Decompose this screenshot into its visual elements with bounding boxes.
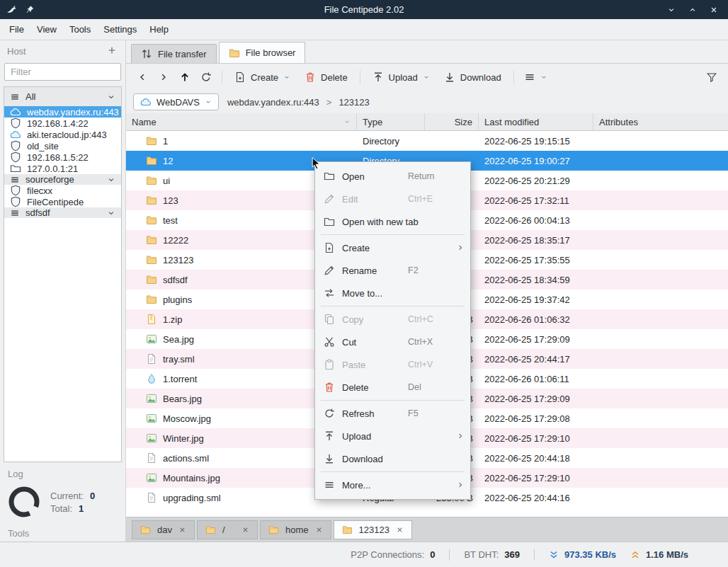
tab-file-browser[interactable]: File browser [219, 42, 306, 63]
path-tab-home[interactable]: home [260, 520, 331, 539]
column-header-last-modified[interactable]: Last modified [479, 113, 593, 130]
cut-icon [324, 336, 335, 348]
host-item-192-168-1-5-22[interactable]: 192.168.1.5:22 [4, 151, 121, 163]
menu-help[interactable]: Help [143, 19, 175, 40]
file-modified: 2022-06-25 17:29:09 [479, 389, 593, 408]
folder-icon [229, 47, 240, 59]
column-label: Last modified [484, 117, 539, 127]
image-icon [146, 393, 157, 404]
double-chevron-down-icon [549, 550, 559, 560]
context-menu-label: Edit [342, 194, 358, 205]
path-tab-label: dav [157, 525, 172, 535]
path-tab-123123[interactable]: 123123 [334, 520, 412, 539]
protocol-label: WebDAVS [157, 97, 200, 108]
context-menu-item-create[interactable]: Create [315, 236, 470, 259]
add-host-button[interactable] [107, 45, 118, 57]
host-item-webdav-yandex-ru-443[interactable]: webdav.yandex.ru:443 [4, 106, 121, 118]
context-menu-item-upload[interactable]: Upload [315, 425, 470, 447]
shade-button[interactable] [663, 3, 680, 17]
context-menu-item-download[interactable]: Download [315, 447, 470, 470]
maximize-button[interactable] [684, 3, 701, 17]
column-header-size[interactable]: Size [425, 113, 479, 130]
path-tab-label: home [285, 525, 309, 535]
chevron-down-icon [667, 6, 676, 14]
file-modified: 2022-06-25 17:29:10 [479, 428, 593, 448]
host-item-192-168-1-4-22[interactable]: 192.168.1.4:22 [4, 118, 121, 129]
context-menu-item-refresh[interactable]: RefreshF5 [315, 402, 470, 425]
table-header: NameTypeSizeLast modifiedAttributes [126, 113, 728, 131]
forward-button[interactable] [156, 69, 171, 86]
context-menu-item-move-to[interactable]: Move to... [315, 282, 470, 304]
file-attributes [593, 369, 728, 389]
create-label: Create [251, 72, 278, 83]
tab-icon [324, 216, 335, 227]
host-item-filecentipede[interactable]: FileCentipede [4, 196, 121, 207]
context-menu-item-delete[interactable]: DeleteDel [315, 376, 470, 399]
delete-button[interactable]: Delete [300, 69, 352, 86]
host-group-all[interactable]: All [4, 87, 121, 106]
file-modified: 2022-06-25 19:00:27 [479, 151, 593, 171]
download-button[interactable]: Download [440, 69, 506, 86]
file-attributes [593, 349, 728, 369]
context-menu-separator [321, 471, 465, 472]
hamburger-icon [10, 208, 20, 218]
column-header-attributes[interactable]: Attributes [593, 113, 728, 130]
breadcrumb-123123[interactable]: 123123 [339, 97, 369, 108]
context-menu-item-open-with-new-tab[interactable]: Open with new tab [315, 210, 470, 233]
host-item-old-site[interactable]: old_site [4, 140, 121, 151]
folder-icon [146, 214, 157, 226]
context-menu-item-open[interactable]: OpenReturn [315, 165, 470, 188]
host-item-aki-teracloud-jp-443[interactable]: aki.teracloud.jp:443 [4, 129, 121, 140]
app-window: File Centipede 2.02 FileViewToolsSetting… [0, 0, 728, 567]
host-group-sourceforge[interactable]: sourceforge [4, 174, 121, 185]
copy-icon [324, 314, 335, 325]
context-menu-label: Open [342, 171, 365, 182]
toolbar-separator [513, 70, 514, 84]
filter-input[interactable] [4, 63, 121, 81]
context-menu-shortcut: F5 [408, 408, 419, 418]
column-label: Size [455, 117, 472, 127]
close-icon[interactable] [241, 526, 249, 534]
refresh-button[interactable] [198, 69, 214, 86]
file-name: Winter.jpg [163, 433, 204, 444]
path-tab-root[interactable]: / [197, 520, 258, 539]
tab-file-transfer[interactable]: File transfer [131, 44, 217, 63]
host-item-label: 192.168.1.5:22 [27, 152, 89, 163]
context-menu-item-copy: CopyCtrl+C [315, 308, 470, 331]
protocol-selector[interactable]: WebDAVS [133, 93, 219, 110]
upload-button[interactable]: Upload [368, 69, 434, 86]
close-button[interactable] [705, 3, 722, 17]
host-item-filecxx[interactable]: filecxx [4, 185, 121, 196]
refresh-icon [200, 71, 212, 83]
host-item-127-0-0-1-21[interactable]: 127.0.0.1:21 [4, 163, 121, 174]
path-tab-dav[interactable]: dav [132, 520, 195, 539]
create-button[interactable]: Create [230, 69, 295, 86]
menu-settings[interactable]: Settings [97, 19, 143, 40]
menu-tools[interactable]: Tools [63, 19, 97, 40]
menu-view[interactable]: View [30, 19, 63, 40]
context-menu-item-cut[interactable]: CutCtrl+X [315, 331, 470, 353]
chevron-right-icon [158, 71, 169, 83]
up-button[interactable] [177, 69, 193, 86]
column-header-type[interactable]: Type [357, 113, 425, 130]
menu-file[interactable]: File [3, 19, 30, 40]
back-button[interactable] [135, 69, 150, 86]
more-menu-button[interactable] [522, 69, 550, 86]
file-attributes [593, 250, 728, 270]
breadcrumb-webdav-yandex-ru-443[interactable]: webdav.yandex.ru:443 [227, 97, 319, 108]
filter-button[interactable] [704, 69, 720, 86]
file-row-1[interactable]: 1Directory2022-06-25 19:15:15 [126, 131, 728, 151]
file-type: Directory [357, 131, 425, 151]
file-attributes [593, 270, 728, 290]
close-icon[interactable] [315, 526, 323, 534]
context-menu-item-rename[interactable]: RenameF2 [315, 259, 470, 282]
host-group-sdfsdf[interactable]: sdfsdf [4, 207, 121, 218]
close-icon[interactable] [396, 526, 404, 534]
mouse-cursor [309, 156, 324, 171]
close-icon[interactable] [178, 526, 186, 534]
file-name: 12 [163, 156, 173, 166]
dht-value: 369 [504, 549, 520, 560]
column-header-name[interactable]: Name [126, 113, 357, 130]
host-group-label: sourceforge [25, 174, 101, 185]
context-menu-item-more[interactable]: More... [315, 474, 470, 496]
